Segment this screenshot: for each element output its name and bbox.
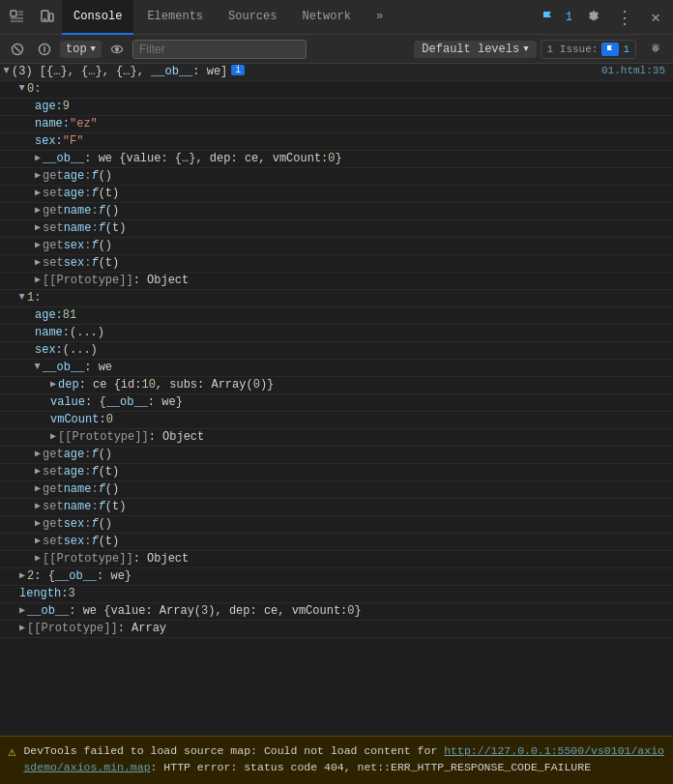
settings-icon[interactable] bbox=[580, 4, 607, 31]
issue-badge[interactable]: 1 Issue: 1 bbox=[541, 40, 636, 59]
item0-ob-line[interactable]: ▶ __ob__ : we {value: {…}, dep: ce, vmCo… bbox=[0, 151, 673, 168]
item1-proto2[interactable]: ▶ [[Prototype]] : Object bbox=[0, 429, 673, 447]
flag-icon[interactable] bbox=[535, 4, 562, 31]
svg-rect-2 bbox=[49, 14, 53, 21]
age1-key: age: bbox=[35, 308, 63, 322]
tab-elements[interactable]: Elements bbox=[135, 0, 215, 35]
ob1-key: __ob__ bbox=[43, 361, 84, 374]
index0-label: 0: bbox=[27, 82, 41, 96]
svg-rect-0 bbox=[11, 11, 16, 16]
stop-icon[interactable] bbox=[33, 38, 56, 61]
warning-message: DevTools failed to load source map: Coul… bbox=[23, 742, 665, 776]
context-selector[interactable]: top ▼ bbox=[60, 41, 102, 58]
setname1-tri[interactable]: ▶ bbox=[35, 500, 41, 511]
item0-getname[interactable]: ▶ get name : f () bbox=[0, 203, 673, 220]
item1-getsex[interactable]: ▶ get sex : f () bbox=[0, 516, 673, 534]
item1-proto[interactable]: ▶ [[Prototype]] : Object bbox=[0, 551, 673, 568]
item1-name-line: name: (...) bbox=[0, 325, 673, 342]
dep1-tri[interactable]: ▶ bbox=[50, 378, 56, 390]
nav-right: 1 ⋮ ✕ bbox=[535, 4, 669, 31]
getsex1-tri[interactable]: ▶ bbox=[35, 517, 41, 529]
getsex0-tri[interactable]: ▶ bbox=[35, 239, 41, 250]
getname1-tri[interactable]: ▶ bbox=[35, 482, 41, 494]
ob-bottom-tri[interactable]: ▶ bbox=[19, 604, 25, 616]
item0-age-line: age: 9 bbox=[0, 99, 673, 116]
item1-vmcount-line: vmCount : 0 bbox=[0, 412, 673, 429]
svg-line-5 bbox=[15, 46, 20, 52]
getage0-tri[interactable]: ▶ bbox=[35, 169, 41, 181]
setage1-tri[interactable]: ▶ bbox=[35, 465, 41, 477]
array-header-line[interactable]: ▶ (3) [{…}, {…}, {…}, __ob__: we] i 01.h… bbox=[0, 64, 673, 81]
clear-icon[interactable] bbox=[6, 38, 29, 61]
ob1-triangle[interactable]: ▶ bbox=[32, 363, 44, 369]
item1-ob-header[interactable]: ▶ __ob__ : we bbox=[0, 360, 673, 377]
age1-val: 81 bbox=[63, 308, 76, 322]
device-icon[interactable] bbox=[33, 4, 60, 31]
index0-triangle[interactable]: ▶ bbox=[16, 85, 28, 91]
name1-val: (...) bbox=[70, 326, 104, 339]
info-badge: i bbox=[231, 65, 245, 75]
index-1-line[interactable]: ▶ 1: bbox=[0, 290, 673, 307]
tab-network[interactable]: Network bbox=[290, 0, 362, 35]
proto0-tri[interactable]: ▶ bbox=[35, 274, 41, 285]
setsex1-tri[interactable]: ▶ bbox=[35, 535, 41, 546]
levels-label: Default levels bbox=[422, 43, 519, 56]
name1-key: name: bbox=[35, 326, 70, 339]
item0-getsex[interactable]: ▶ get sex : f () bbox=[0, 238, 673, 255]
tab-console[interactable]: Console bbox=[62, 0, 133, 35]
ob0-key: __ob__ bbox=[43, 152, 84, 165]
array-header: (3) [{…}, {…}, {…}, __ob__: we] bbox=[12, 65, 227, 78]
proto1-tri[interactable]: ▶ bbox=[35, 552, 41, 564]
tab-more[interactable]: » bbox=[365, 0, 395, 35]
item1-setname[interactable]: ▶ set name : f (t) bbox=[0, 499, 673, 516]
proto-array-tri[interactable]: ▶ bbox=[19, 622, 25, 633]
item1-getage[interactable]: ▶ get age : f () bbox=[0, 447, 673, 464]
item1-setage[interactable]: ▶ set age : f (t) bbox=[0, 464, 673, 481]
sex1-val: (...) bbox=[63, 343, 98, 357]
index2-label: 2 bbox=[27, 569, 34, 583]
more-icon[interactable]: ⋮ bbox=[611, 4, 638, 31]
item0-setage[interactable]: ▶ set age : f (t) bbox=[0, 186, 673, 203]
setname0-tri[interactable]: ▶ bbox=[35, 221, 41, 233]
console-toolbar: top ▼ Default levels ▼ 1 Issue: 1 bbox=[0, 35, 673, 64]
getage1-tri[interactable]: ▶ bbox=[35, 448, 41, 459]
setsex0-tri[interactable]: ▶ bbox=[35, 256, 41, 268]
svg-point-9 bbox=[116, 47, 119, 50]
levels-dropdown[interactable]: Default levels ▼ bbox=[414, 41, 536, 58]
setage0-tri[interactable]: ▶ bbox=[35, 187, 41, 198]
proto1inner-tri[interactable]: ▶ bbox=[50, 430, 56, 442]
length-val: 3 bbox=[68, 587, 74, 600]
tab-sources[interactable]: Sources bbox=[217, 0, 288, 35]
nav-count: 1 bbox=[566, 11, 572, 24]
close-icon[interactable]: ✕ bbox=[642, 4, 669, 31]
inspect-icon[interactable] bbox=[4, 4, 31, 31]
issue-flag-icon bbox=[601, 43, 619, 56]
getname0-tri[interactable]: ▶ bbox=[35, 204, 41, 216]
console-settings-icon[interactable] bbox=[644, 38, 667, 61]
warning-icon: ⚠ bbox=[8, 743, 15, 760]
index-0-line[interactable]: ▶ 0: bbox=[0, 81, 673, 99]
item0-proto[interactable]: ▶ [[Prototype]] : Object bbox=[0, 273, 673, 290]
dropdown-arrow: ▼ bbox=[91, 44, 96, 54]
proto-array-line[interactable]: ▶ [[Prototype]] : Array bbox=[0, 621, 673, 638]
ob-bottom-line[interactable]: ▶ __ob__ : we {value: Array( 3 ), dep: c… bbox=[0, 603, 673, 621]
array-expand-triangle[interactable]: ▶ bbox=[1, 68, 13, 73]
item1-setsex[interactable]: ▶ set sex : f (t) bbox=[0, 534, 673, 551]
age-key: age: bbox=[35, 100, 63, 113]
index1-triangle[interactable]: ▶ bbox=[16, 294, 28, 300]
item1-value-line: value : { __ob__ : we} bbox=[0, 394, 673, 412]
eye-icon[interactable] bbox=[105, 38, 129, 61]
ob0-triangle[interactable]: ▶ bbox=[35, 152, 41, 163]
issue-label: 1 Issue: bbox=[547, 44, 599, 55]
name-val: "ez" bbox=[70, 117, 98, 131]
index-2-line[interactable]: ▶ 2 : { __ob__ : we} bbox=[0, 568, 673, 586]
item1-getname[interactable]: ▶ get name : f () bbox=[0, 481, 673, 499]
source-ref[interactable]: 01.html:35 bbox=[601, 65, 665, 76]
item0-setname[interactable]: ▶ set name : f (t) bbox=[0, 220, 673, 238]
issue-count: 1 bbox=[623, 44, 629, 55]
item0-setsex[interactable]: ▶ set sex : f (t) bbox=[0, 255, 673, 273]
filter-input[interactable] bbox=[132, 40, 307, 59]
item0-getage[interactable]: ▶ get age : f () bbox=[0, 168, 673, 186]
index2-triangle[interactable]: ▶ bbox=[19, 569, 25, 581]
item1-dep-line[interactable]: ▶ dep : ce {id: 10 , subs: Array( 0 )} bbox=[0, 377, 673, 394]
